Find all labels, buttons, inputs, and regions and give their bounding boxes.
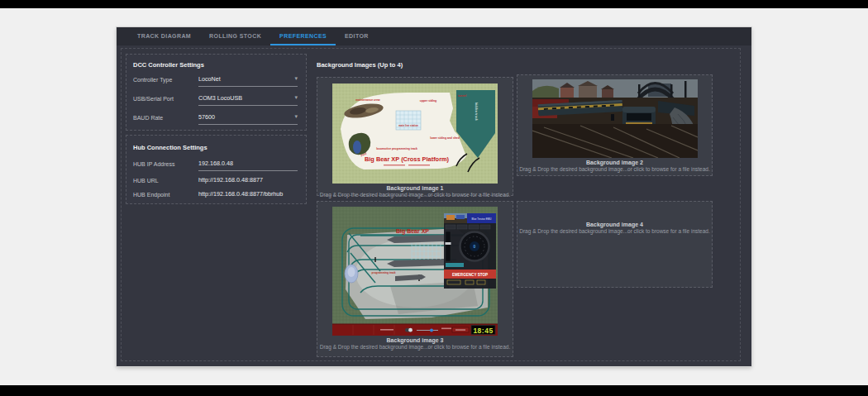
tab-rolling-stock[interactable]: ROLLING STOCK (200, 27, 270, 45)
layout-title: Big Bear XP (Cross Platform) (365, 155, 450, 163)
hub-ip-label: HUB IP Address (133, 161, 174, 167)
hub-url-label: HUB URL (133, 178, 159, 184)
controller-type-row: Controller Type LocoNet ▾ (126, 77, 306, 88)
controller-type-label: Controller Type (133, 77, 172, 83)
baud-rate-label: BAUD Rate (133, 115, 163, 121)
background-image-1-dropzone[interactable]: hidden track main line station maintenan… (317, 77, 513, 196)
zone-2-label: Background image 2 (586, 160, 643, 166)
hub-url-row: HUB URL http://192.168.0.48:8877 (126, 178, 306, 189)
baud-rate-row: BAUD Rate 57600 ▾ (126, 115, 306, 126)
emergency-stop-button: EMERGENCY STOP (452, 273, 488, 277)
chevron-down-icon: ▾ (294, 94, 298, 101)
hub-panel-title: Hub Connection Settings (133, 144, 207, 151)
hub-ip-row: HUB IP Address 192.168.0.48 (126, 161, 306, 173)
zone-1-hint: Drag & Drop the desired background image… (320, 192, 511, 198)
hub-url-value: http://192.168.0.48:8877 (198, 176, 298, 187)
background-image-2-dropzone[interactable]: Background image 2 Drag & Drop the desir… (517, 74, 713, 176)
letterbox-bottom (0, 385, 868, 396)
tab-bar: TRACK DIAGRAM ROLLING STOCK PREFERENCES … (117, 27, 751, 45)
zone-3-hint: Drag & Drop the desired background image… (320, 344, 511, 351)
tab-editor[interactable]: EDITOR (336, 27, 378, 45)
dcc-controller-settings-panel: DCC Controller Settings Controller Type … (126, 54, 307, 131)
background-image-3-preview: Big Bear XP programming track Blue Trevi… (332, 207, 498, 336)
hub-endpoint-row: HUB Endpoint http://192.168.0.48:8877/bb… (126, 192, 306, 203)
zone-1-label: Background image 1 (387, 185, 444, 192)
throttle-header-label: Blue Trevise EMU (471, 217, 491, 221)
zone-2-hint: Drag & Drop the desired background image… (519, 166, 710, 173)
usb-serial-port-row: USB/Serial Port COM3 LocoUSB ▾ (126, 96, 306, 107)
background-image-2-preview (532, 79, 698, 158)
hub-endpoint-value: http://192.168.0.48:8877/bbrhub (198, 190, 298, 201)
app-window: TRACK DIAGRAM ROLLING STOCK PREFERENCES … (117, 27, 751, 366)
zone-3-label: Background image 3 (387, 337, 444, 344)
zone-4-label: Background image 4 (586, 222, 643, 228)
background-image-1-preview: hidden track main line station maintenan… (332, 83, 498, 184)
programming-track-label: locomotive programming track (376, 147, 417, 150)
hub-ip-input[interactable]: 192.168.0.48 (198, 160, 298, 171)
usb-serial-port-label: USB/Serial Port (133, 96, 174, 102)
hidden-track-label: hidden track (475, 103, 479, 121)
programming-track-label: programming track (371, 271, 395, 274)
usb-serial-port-select[interactable]: COM3 LocoUSB ▾ (198, 94, 298, 106)
fast-clock: 18:45 (473, 327, 493, 335)
dial-value: 0 (474, 244, 476, 249)
controller-type-select[interactable]: LocoNet ▾ (198, 75, 298, 87)
letterbox-top (0, 0, 868, 8)
background-image-3-dropzone[interactable]: Big Bear XP programming track Blue Trevi… (317, 201, 513, 357)
tab-track-diagram[interactable]: TRACK DIAGRAM (128, 27, 200, 45)
desktop: TRACK DIAGRAM ROLLING STOCK PREFERENCES … (0, 0, 868, 396)
maintenance-crew-label: maintenance crew (355, 98, 380, 102)
background-images-title: Background Images (Up to 4) (317, 61, 403, 69)
hub-endpoint-label: HUB Endpoint (133, 192, 169, 198)
dcc-panel-title: DCC Controller Settings (133, 61, 204, 69)
zone-4-hint: Drag & Drop the desired background image… (519, 228, 710, 235)
hub-connection-settings-panel: Hub Connection Settings HUB IP Address 1… (126, 135, 307, 204)
baud-rate-select[interactable]: 57600 ▾ (198, 113, 298, 125)
tab-preferences[interactable]: PREFERENCES (270, 27, 336, 45)
background-image-4-dropzone[interactable]: Background image 4 Drag & Drop the desir… (517, 201, 713, 288)
upper-siding-label: upper siding (420, 99, 436, 103)
lower-siding-label: lower siding and shed (430, 136, 460, 140)
layout-title: Big Bear XP (396, 228, 429, 235)
main-line-station-label: main line station (398, 124, 418, 127)
chevron-down-icon: ▾ (294, 113, 298, 120)
chevron-down-icon: ▾ (294, 75, 298, 82)
tunnel-label: tunnel (458, 94, 466, 98)
